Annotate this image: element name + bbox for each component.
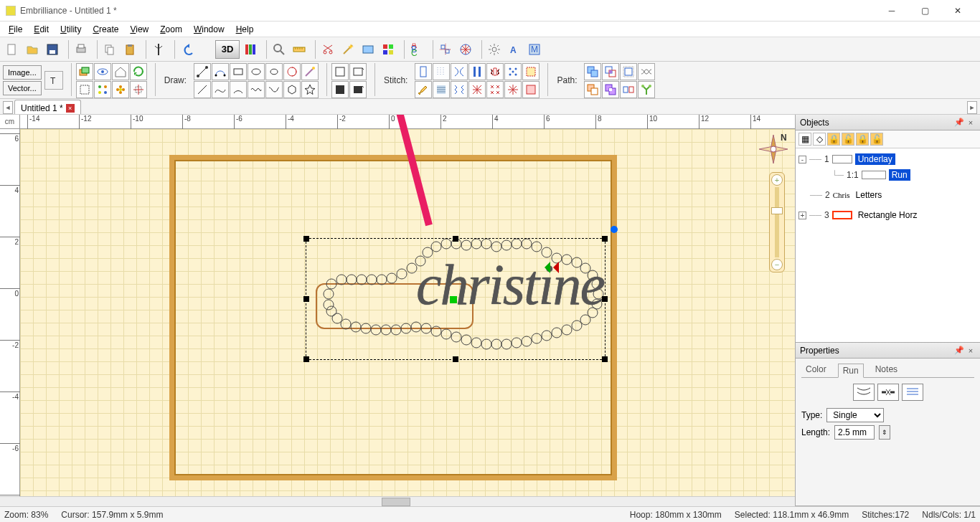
- image-button[interactable]: Image...: [3, 65, 42, 80]
- objtool-lock2[interactable]: 🔓: [842, 133, 854, 146]
- crosshair-icon[interactable]: [130, 81, 147, 98]
- tree-node-1[interactable]: - ── 1 Underlay: [797, 151, 979, 167]
- open-icon[interactable]: [23, 40, 42, 59]
- tab-close-icon[interactable]: ×: [66, 104, 75, 113]
- maximize-button[interactable]: ▢: [908, 0, 941, 22]
- undo-icon[interactable]: [178, 40, 197, 59]
- path-wave-icon[interactable]: [638, 63, 655, 80]
- design-grid[interactable]: christine: [20, 129, 795, 496]
- monogram-icon[interactable]: M: [525, 40, 544, 59]
- scissors-icon[interactable]: [319, 40, 337, 59]
- spiral-tool-icon[interactable]: [283, 63, 301, 80]
- ellipse-tool-icon[interactable]: [248, 63, 265, 80]
- pin-icon[interactable]: 📌: [954, 346, 964, 356]
- outline-rect2-icon[interactable]: [349, 63, 367, 80]
- compass-icon[interactable]: N: [758, 133, 789, 165]
- menu-create[interactable]: Create: [87, 23, 124, 36]
- length-input[interactable]: [834, 425, 875, 440]
- gear-icon[interactable]: [485, 40, 504, 59]
- path-branch-icon[interactable]: [638, 81, 655, 98]
- close-button[interactable]: ✕: [941, 0, 974, 22]
- merge-icon[interactable]: [359, 40, 377, 59]
- stitch-applique2-icon[interactable]: [522, 81, 540, 98]
- eye-icon[interactable]: [94, 63, 111, 80]
- menu-file[interactable]: File: [3, 23, 28, 36]
- tree-node-3[interactable]: + ── 3 Rectangle Horz: [797, 207, 979, 223]
- polygon-tool-icon[interactable]: [283, 81, 301, 98]
- zoom-thumb[interactable]: [771, 207, 783, 214]
- line-tool-icon[interactable]: [194, 81, 211, 98]
- center-handle[interactable]: [450, 296, 457, 303]
- path-intersect-icon[interactable]: [602, 63, 619, 80]
- radial-icon[interactable]: [456, 40, 475, 59]
- point-tool-icon[interactable]: [194, 63, 211, 80]
- copy-icon[interactable]: [100, 40, 119, 59]
- abc-icon[interactable]: ABC: [407, 40, 426, 59]
- stitch-run-icon[interactable]: [433, 63, 450, 80]
- fill-rect-icon[interactable]: [331, 81, 349, 98]
- tab-scroll-left[interactable]: ◄: [3, 101, 13, 114]
- menu-utility[interactable]: Utility: [55, 23, 87, 36]
- objects-tree[interactable]: - ── 1 Underlay └─ 1:1 Run ── 2 Chris Le…: [796, 148, 980, 342]
- tab-notes[interactable]: Notes: [871, 363, 902, 377]
- wave2-tool-icon[interactable]: [265, 81, 283, 98]
- tab-scroll-right[interactable]: ►: [967, 101, 977, 114]
- type-select[interactable]: Single: [826, 408, 884, 422]
- wave-tool-icon[interactable]: [248, 81, 265, 98]
- stitch-line-icon[interactable]: [415, 63, 432, 80]
- outline-rect-icon[interactable]: [331, 63, 349, 80]
- print-icon[interactable]: [72, 40, 90, 59]
- stitch-cross-red-icon[interactable]: [468, 81, 486, 98]
- dots4-icon[interactable]: [94, 81, 111, 98]
- menu-help[interactable]: Help: [230, 23, 260, 36]
- ruler-icon[interactable]: [290, 40, 308, 59]
- stitch-satin-icon[interactable]: [451, 63, 468, 80]
- magicwand-tool-icon[interactable]: [301, 63, 319, 80]
- stitch-zigzag-icon[interactable]: [451, 81, 468, 98]
- layers-icon[interactable]: [76, 63, 93, 80]
- text-t-icon[interactable]: T: [44, 71, 63, 90]
- path-break-icon[interactable]: [620, 81, 637, 98]
- selection-box[interactable]: [306, 238, 606, 360]
- select-icon[interactable]: [76, 81, 93, 98]
- color-bars-icon[interactable]: [241, 40, 260, 59]
- refresh-icon[interactable]: [130, 63, 147, 80]
- objtool-lock3[interactable]: 🔒: [856, 133, 869, 146]
- zoom-in-icon[interactable]: +: [771, 174, 783, 186]
- star-tool-icon[interactable]: [301, 81, 319, 98]
- text-a-icon[interactable]: A: [505, 40, 524, 59]
- zoom-icon[interactable]: [270, 40, 288, 59]
- menu-zoom[interactable]: Zoom: [154, 23, 188, 36]
- path-union-icon[interactable]: [584, 63, 601, 80]
- palette-icon[interactable]: [379, 40, 397, 59]
- stitch-star-icon[interactable]: [504, 81, 522, 98]
- runstyle-3-icon[interactable]: [902, 384, 923, 401]
- rotate-handle[interactable]: [611, 226, 618, 233]
- curve-tool-icon[interactable]: [212, 63, 229, 80]
- tree-label-underlay[interactable]: Underlay: [855, 153, 895, 165]
- zoom-slider[interactable]: + −: [769, 172, 785, 272]
- stitch-fill-icon[interactable]: [433, 81, 450, 98]
- h-scrollbar[interactable]: [0, 496, 795, 506]
- arc-tool-icon[interactable]: [230, 81, 247, 98]
- vector-button[interactable]: Vector...: [3, 81, 42, 95]
- path-subtract-icon[interactable]: [584, 81, 601, 98]
- align-icon[interactable]: [436, 40, 455, 59]
- fill-rect2-icon[interactable]: [349, 81, 367, 98]
- expand-icon[interactable]: +: [798, 212, 806, 219]
- 3d-toggle[interactable]: 3D: [215, 40, 240, 59]
- stitch-cross-icon[interactable]: [486, 81, 504, 98]
- stitch-dots-icon[interactable]: [504, 63, 522, 80]
- runstyle-2-icon[interactable]: [877, 384, 899, 401]
- menu-edit[interactable]: Edit: [28, 23, 55, 36]
- pin-icon[interactable]: 📌: [954, 118, 964, 128]
- menu-view[interactable]: View: [124, 23, 154, 36]
- stitch-applique-icon[interactable]: [522, 63, 540, 80]
- objtool-1[interactable]: ▦: [798, 133, 811, 146]
- path-xor-icon[interactable]: [602, 81, 619, 98]
- minimize-button[interactable]: ─: [875, 0, 908, 22]
- stitch-motif-icon[interactable]: [486, 63, 504, 80]
- menu-window[interactable]: Window: [188, 23, 230, 36]
- freehand-tool-icon[interactable]: [212, 81, 229, 98]
- closed-curve-tool-icon[interactable]: [265, 63, 283, 80]
